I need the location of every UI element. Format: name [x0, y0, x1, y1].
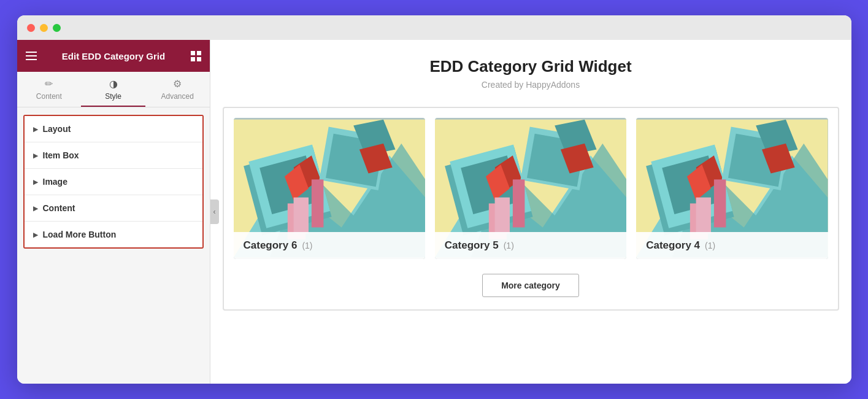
panel-load-more-label: Load More Button	[43, 230, 117, 239]
gear-icon: ⚙	[173, 78, 182, 90]
panel-image-label: Image	[43, 177, 67, 187]
panel-item-box-label: Item Box	[43, 150, 79, 160]
category-6-name: Category 6	[244, 239, 298, 252]
category-4-name: Category 4	[646, 239, 700, 252]
app-layout: Edit EDD Category Grid ✏ Content ◑ Style…	[17, 40, 851, 384]
more-button-container: More category	[234, 274, 828, 297]
category-card-6[interactable]: Category 6 (1)	[234, 118, 425, 259]
pencil-icon: ✏	[45, 78, 53, 90]
arrow-icon: ▶	[33, 126, 38, 133]
sidebar: Edit EDD Category Grid ✏ Content ◑ Style…	[17, 40, 210, 384]
widget-subtitle: Created by HappyAddons	[482, 80, 580, 90]
tab-advanced-label: Advanced	[161, 92, 193, 101]
svg-rect-14	[311, 179, 323, 227]
close-button[interactable]	[27, 24, 35, 32]
tab-style-label: Style	[105, 92, 121, 101]
widget-title: EDD Category Grid Widget	[429, 57, 631, 76]
browser-titlebar	[17, 15, 851, 40]
category-grid: Category 6 (1)	[234, 118, 828, 259]
sidebar-tabs: ✏ Content ◑ Style ⚙ Advanced	[17, 72, 210, 107]
category-label-5: Category 5 (1)	[435, 232, 626, 259]
svg-rect-29	[513, 179, 525, 227]
sidebar-title: Edit EDD Category Grid	[43, 51, 185, 61]
svg-rect-44	[714, 179, 726, 227]
category-label-4: Category 4 (1)	[636, 232, 828, 259]
hamburger-icon[interactable]	[26, 52, 37, 60]
maximize-button[interactable]	[53, 24, 61, 32]
category-card-5[interactable]: Category 5 (1)	[435, 118, 626, 259]
panel-content[interactable]: ▶ Content	[25, 195, 202, 222]
panel-load-more[interactable]: ▶ Load More Button	[25, 222, 202, 247]
panel-layout[interactable]: ▶ Layout	[25, 116, 202, 142]
arrow-icon: ▶	[33, 179, 38, 185]
tab-content-label: Content	[36, 92, 62, 101]
panel-image[interactable]: ▶ Image	[25, 169, 202, 195]
circle-half-icon: ◑	[109, 78, 118, 90]
more-category-button[interactable]: More category	[482, 274, 579, 297]
tab-style[interactable]: ◑ Style	[81, 72, 145, 107]
panel-content-label: Content	[43, 203, 75, 213]
svg-rect-39	[696, 198, 711, 234]
category-6-count: (1)	[302, 241, 312, 250]
sidebar-header: Edit EDD Category Grid	[17, 40, 210, 72]
browser-window: Edit EDD Category Grid ✏ Content ◑ Style…	[17, 15, 851, 384]
category-4-count: (1)	[705, 241, 715, 250]
tab-content[interactable]: ✏ Content	[17, 72, 82, 107]
content-area: Category 6 (1)	[223, 107, 839, 311]
category-card-4[interactable]: Category 4 (1)	[636, 118, 828, 259]
svg-rect-24	[494, 198, 509, 234]
grid-icon[interactable]	[191, 51, 201, 61]
panel-layout-label: Layout	[43, 124, 71, 134]
arrow-icon: ▶	[33, 231, 38, 238]
category-5-count: (1)	[504, 241, 514, 250]
panel-item-box[interactable]: ▶ Item Box	[25, 142, 202, 169]
svg-rect-9	[293, 198, 308, 234]
arrow-icon: ▶	[33, 152, 38, 159]
tab-advanced[interactable]: ⚙ Advanced	[145, 72, 210, 107]
category-5-name: Category 5	[445, 239, 499, 252]
category-label-6: Category 6 (1)	[234, 232, 425, 259]
minimize-button[interactable]	[40, 24, 48, 32]
collapse-handle[interactable]: ‹	[210, 200, 219, 224]
arrow-icon: ▶	[33, 205, 38, 212]
style-panel: ▶ Layout ▶ Item Box ▶ Image ▶ Content ▶	[23, 115, 204, 249]
